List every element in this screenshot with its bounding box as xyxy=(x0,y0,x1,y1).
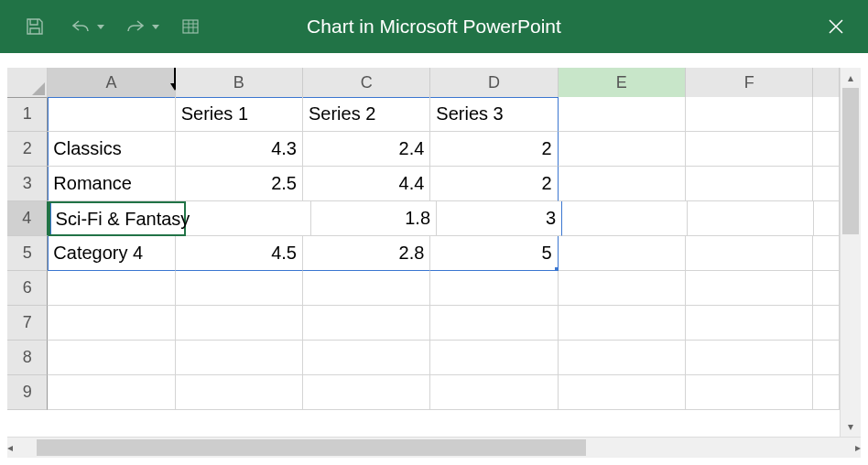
select-all-corner[interactable] xyxy=(7,68,48,98)
row-header-5[interactable]: 5 xyxy=(7,236,48,271)
cell-B7[interactable] xyxy=(176,306,303,341)
cell-C4[interactable]: 1.8 xyxy=(311,201,437,236)
cell-E3[interactable] xyxy=(559,167,686,201)
cell-C3[interactable]: 4.4 xyxy=(303,167,430,201)
cell-B5[interactable]: 4.5 xyxy=(176,236,303,271)
excel-chart-data-window: Chart in Microsoft PowerPoint A B C D E … xyxy=(0,0,868,465)
redo-button[interactable] xyxy=(121,12,150,41)
cell-C2[interactable]: 2.4 xyxy=(303,132,430,167)
column-header-B[interactable]: B xyxy=(176,68,303,98)
undo-button[interactable] xyxy=(66,12,95,41)
save-button[interactable] xyxy=(20,12,49,41)
vertical-scroll-track[interactable] xyxy=(841,88,861,416)
cell-F2[interactable] xyxy=(686,132,813,167)
cell-D5[interactable]: 5 xyxy=(430,236,558,271)
cell-C5[interactable]: 2.8 xyxy=(303,236,430,271)
horizontal-scroll-track[interactable] xyxy=(13,438,855,458)
cell-C6[interactable] xyxy=(303,271,430,306)
cell-D7[interactable] xyxy=(430,306,558,341)
cell-E1[interactable] xyxy=(559,97,686,132)
cell-A9[interactable] xyxy=(48,375,175,410)
cell-A8[interactable] xyxy=(48,341,175,375)
redo-dropdown-icon[interactable] xyxy=(152,25,159,29)
cell-E8[interactable] xyxy=(559,341,686,375)
column-header-C[interactable]: C xyxy=(303,68,430,98)
cell-F5[interactable] xyxy=(686,236,813,271)
cell-A6[interactable] xyxy=(48,271,175,306)
row-header-6[interactable]: 6 xyxy=(7,271,48,306)
column-headers: A B C D E F xyxy=(7,68,840,97)
cell-A5[interactable]: Category 4 xyxy=(48,236,175,271)
column-header-F[interactable]: F xyxy=(686,68,813,98)
cell-G7[interactable] xyxy=(813,306,840,341)
cell-F1[interactable] xyxy=(686,97,813,132)
column-header-overflow xyxy=(813,68,840,98)
cell-B9[interactable] xyxy=(176,375,303,410)
cell-G5[interactable] xyxy=(813,236,840,271)
cell-F8[interactable] xyxy=(686,341,813,375)
cell-G8[interactable] xyxy=(813,341,840,375)
cell-F7[interactable] xyxy=(686,306,813,341)
cell-B8[interactable] xyxy=(176,341,303,375)
cell-B2[interactable]: 4.3 xyxy=(176,132,303,167)
cell-A1[interactable] xyxy=(48,97,175,132)
cell-A4-editing[interactable]: Sci-Fi & Fantasy xyxy=(49,201,186,236)
undo-dropdown-icon[interactable] xyxy=(97,25,104,29)
cell-E7[interactable] xyxy=(559,306,686,341)
row-header-1[interactable]: 1 xyxy=(7,97,48,132)
cell-C1[interactable]: Series 2 xyxy=(303,97,430,132)
cell-B4[interactable] xyxy=(186,201,311,236)
row-header-8[interactable]: 8 xyxy=(7,341,48,375)
cell-A7[interactable] xyxy=(48,306,175,341)
cell-E9[interactable] xyxy=(559,375,686,410)
cell-G1[interactable] xyxy=(813,97,840,132)
vertical-scrollbar[interactable]: ▴ ▾ xyxy=(840,68,861,437)
cell-A3[interactable]: Romance xyxy=(48,167,175,201)
cell-F9[interactable] xyxy=(686,375,813,410)
scroll-down-button[interactable]: ▾ xyxy=(841,416,861,437)
cell-B1[interactable]: Series 1 xyxy=(176,97,303,132)
row-header-3[interactable]: 3 xyxy=(7,167,48,201)
cell-D8[interactable] xyxy=(430,341,558,375)
cell-D2[interactable]: 2 xyxy=(430,132,558,167)
cell-G2[interactable] xyxy=(813,132,840,167)
cell-D4[interactable]: 3 xyxy=(437,201,562,236)
scroll-up-button[interactable]: ▴ xyxy=(841,68,861,88)
cell-B6[interactable] xyxy=(176,271,303,306)
cell-C9[interactable] xyxy=(303,375,430,410)
cell-D6[interactable] xyxy=(430,271,558,306)
cell-E6[interactable] xyxy=(559,271,686,306)
cell-G9[interactable] xyxy=(813,375,840,410)
cell-C7[interactable] xyxy=(303,306,430,341)
cell-C8[interactable] xyxy=(303,341,430,375)
svg-rect-0 xyxy=(183,20,198,33)
horizontal-scroll-thumb[interactable] xyxy=(37,439,586,456)
row-header-9[interactable]: 9 xyxy=(7,375,48,410)
row-header-2[interactable]: 2 xyxy=(7,132,48,167)
cell-F3[interactable] xyxy=(686,167,813,201)
row-header-4[interactable]: 4 xyxy=(7,201,49,236)
column-header-E[interactable]: E xyxy=(559,68,686,99)
cell-E5[interactable] xyxy=(559,236,686,271)
cell-G3[interactable] xyxy=(813,167,840,201)
cell-G4[interactable] xyxy=(814,201,840,236)
cell-F4[interactable] xyxy=(688,201,813,236)
cell-A2[interactable]: Classics xyxy=(48,132,175,167)
column-header-D[interactable]: D xyxy=(430,68,558,98)
cell-D9[interactable] xyxy=(430,375,558,410)
cell-D3[interactable]: 2 xyxy=(430,167,558,201)
customize-qat-button[interactable] xyxy=(176,12,205,41)
titlebar: Chart in Microsoft PowerPoint xyxy=(0,0,868,53)
scroll-right-button[interactable]: ▸ xyxy=(855,438,861,458)
cell-B3[interactable]: 2.5 xyxy=(176,167,303,201)
cell-G6[interactable] xyxy=(813,271,840,306)
horizontal-scrollbar[interactable]: ◂ ▸ xyxy=(7,437,861,458)
cell-F6[interactable] xyxy=(686,271,813,306)
row-header-7[interactable]: 7 xyxy=(7,306,48,341)
vertical-scroll-thumb[interactable] xyxy=(842,88,859,234)
close-button[interactable] xyxy=(809,0,863,53)
cell-E2[interactable] xyxy=(559,132,686,167)
cell-E4[interactable] xyxy=(562,201,688,236)
column-header-A[interactable]: A xyxy=(48,68,175,98)
cell-D1[interactable]: Series 3 xyxy=(430,97,558,132)
